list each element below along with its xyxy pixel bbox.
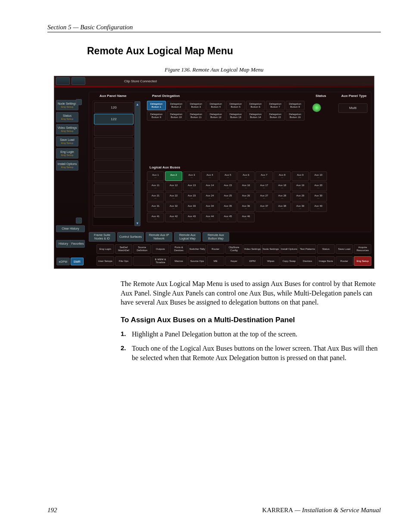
history-tab[interactable]: History [56, 240, 71, 247]
nav-scroll-up[interactable] [76, 99, 82, 105]
logical-aux-button[interactable]: Aux 25--- [219, 192, 237, 202]
logical-aux-button[interactable]: Aux 26--- [237, 192, 255, 202]
logical-aux-button[interactable]: Aux 42--- [165, 213, 182, 222]
bottom-row-button[interactable]: Copy Swap [280, 256, 298, 266]
bottom-row-button[interactable]: Ports & Devices [170, 244, 188, 254]
bottom-row-button[interactable]: Source Ops [188, 256, 206, 266]
logical-aux-button[interactable]: Aux 1--- [147, 171, 164, 181]
logical-aux-button[interactable]: Aux 18--- [274, 182, 291, 191]
aux-panel-item[interactable] [94, 207, 134, 218]
bottom-row-button[interactable]: Eng Login [97, 244, 114, 254]
delegation-button[interactable]: DelegationButton 9 [147, 111, 166, 121]
logical-aux-button[interactable]: Aux 24--- [201, 192, 218, 202]
bottom-row-button[interactable]: Router [207, 244, 224, 254]
scroll-down-icon[interactable]: ▼ [136, 221, 139, 225]
logical-aux-button[interactable]: Aux 15--- [219, 182, 237, 191]
nav-scroll-down[interactable] [76, 218, 82, 224]
delegation-button[interactable]: DelegationButton 14 [246, 111, 265, 121]
delegation-button[interactable]: DelegationButton 2 [167, 101, 186, 110]
delegation-button[interactable]: DelegationButton 16 [286, 111, 305, 121]
bottom-row-button[interactable]: E-MEM & Timeline [152, 256, 169, 266]
bottom-row-button[interactable]: Devices [299, 256, 316, 266]
bottom-row-button[interactable]: Install Options [280, 244, 298, 254]
logical-aux-button[interactable]: Aux 23--- [183, 192, 200, 202]
logical-aux-button[interactable]: Aux 19--- [292, 182, 309, 191]
bottom-row-button[interactable]: Eng Setup [354, 256, 371, 266]
logical-aux-button[interactable]: Aux 17--- [255, 182, 273, 191]
bottom-row-button[interactable]: Test Patterns [299, 244, 316, 254]
left-nav-item[interactable]: Install OptionsEng Setup [56, 160, 78, 171]
sub-tab[interactable]: Remote Aux IP Network [146, 232, 172, 242]
aux-panel-item[interactable] [94, 195, 134, 206]
bottom-row-button[interactable]: Video Settings [243, 244, 261, 254]
logical-aux-button[interactable]: Aux 6--- [237, 171, 255, 181]
delegation-button[interactable]: DelegationButton 4 [206, 101, 225, 110]
bottom-row-button[interactable]: Macros [170, 256, 188, 266]
logical-aux-button[interactable]: Aux 36--- [237, 202, 255, 212]
logical-aux-button[interactable]: Aux 20--- [310, 182, 327, 191]
sub-tab[interactable]: Remote Aux Logical Map [174, 232, 201, 242]
swr-button[interactable]: SWR [71, 258, 84, 265]
logical-aux-button[interactable]: Aux 5--- [219, 171, 237, 181]
delegation-button[interactable]: DelegationButton 1 [147, 101, 166, 110]
logical-aux-button[interactable]: Aux 39--- [292, 202, 309, 212]
delegation-button[interactable]: DelegationButton 7 [266, 101, 285, 110]
delegation-button[interactable]: DelegationButton 15 [266, 111, 285, 121]
aux-panel-item[interactable] [94, 149, 134, 159]
aux-panel-item[interactable]: 120 [94, 102, 134, 113]
sub-tab[interactable]: Remote Aux Button Map [202, 232, 229, 242]
logical-aux-button[interactable]: Aux 11--- [147, 182, 164, 191]
logical-aux-button[interactable]: Aux 2--- [165, 171, 182, 181]
aux-panel-item[interactable] [94, 125, 134, 136]
sub-tab[interactable]: Frame Suite Nodes & ID [89, 232, 115, 242]
logical-aux-button[interactable]: Aux 16--- [237, 182, 255, 191]
clear-history-button[interactable]: Clear History [56, 225, 85, 232]
bottom-row-button[interactable]: ClipStore Config [225, 244, 243, 254]
aux-panel-item[interactable] [94, 172, 134, 183]
aux-panel-item[interactable] [94, 184, 134, 194]
logical-aux-button[interactable]: Aux 22--- [165, 192, 182, 202]
edpm-button[interactable]: eDPM [56, 258, 70, 265]
logical-aux-button[interactable]: Aux 43--- [183, 213, 200, 222]
logical-aux-button[interactable]: Aux 35--- [219, 202, 237, 212]
delegation-button[interactable]: DelegationButton 10 [167, 111, 186, 121]
left-nav-item[interactable]: Video SettingsEng Setup [56, 124, 78, 134]
bottom-row-button[interactable]: SetDef MatchDef [115, 244, 133, 254]
logical-aux-button[interactable]: Aux 46--- [237, 213, 255, 222]
bottom-row-button[interactable]: Acquire Resources [354, 244, 371, 254]
logical-aux-button[interactable]: Aux 10--- [310, 171, 327, 181]
bottom-row-button[interactable]: File Ops [115, 256, 133, 266]
logical-aux-button[interactable]: Aux 21--- [147, 192, 164, 202]
sub-tab[interactable]: Control Surfaces [117, 232, 144, 242]
bottom-row-button[interactable]: User Setups [97, 256, 114, 266]
bottom-row-button[interactable]: Router [336, 256, 353, 266]
bottom-row-button[interactable]: Source Definition [133, 244, 151, 254]
aux-panel-item[interactable] [94, 137, 134, 148]
bottom-row-button[interactable]: Save Load [336, 244, 353, 254]
logical-aux-button[interactable]: Aux 34--- [201, 202, 218, 212]
logical-aux-button[interactable]: Aux 40--- [310, 202, 327, 212]
logical-aux-button[interactable]: Aux 37--- [255, 202, 273, 212]
logical-aux-button[interactable]: Aux 9--- [292, 171, 309, 181]
bottom-row-button[interactable]: Wipes [262, 256, 280, 266]
logical-aux-button[interactable]: Aux 12--- [165, 182, 182, 191]
bottom-row-button[interactable]: Node Settings [262, 244, 280, 254]
bottom-row-button[interactable]: Image Store [317, 256, 335, 266]
logical-aux-button[interactable]: Aux 4--- [201, 171, 218, 181]
bottom-row-button[interactable]: Keyer [225, 256, 243, 266]
logical-aux-button[interactable]: Aux 41--- [147, 213, 164, 222]
logical-aux-button[interactable]: Aux 38--- [274, 202, 291, 212]
logical-aux-button[interactable]: Aux 8--- [274, 171, 291, 181]
logical-aux-button[interactable]: Aux 7--- [255, 171, 273, 181]
delegation-button[interactable]: DelegationButton 13 [226, 111, 245, 121]
logical-aux-button[interactable]: Aux 13--- [183, 182, 200, 191]
favorites-tab[interactable]: Favorites [71, 240, 84, 247]
bottom-row-button[interactable]: ME [207, 256, 224, 266]
bottom-row-button[interactable] [133, 256, 151, 266]
topbar-segment[interactable] [56, 77, 70, 85]
logical-aux-button[interactable]: Aux 32--- [165, 202, 182, 212]
logical-aux-button[interactable]: Aux 44--- [201, 213, 218, 222]
bottom-row-button[interactable]: Status [317, 244, 335, 254]
logical-aux-button[interactable]: Aux 27--- [255, 192, 273, 202]
bottom-row-button[interactable]: Outputs [152, 244, 169, 254]
